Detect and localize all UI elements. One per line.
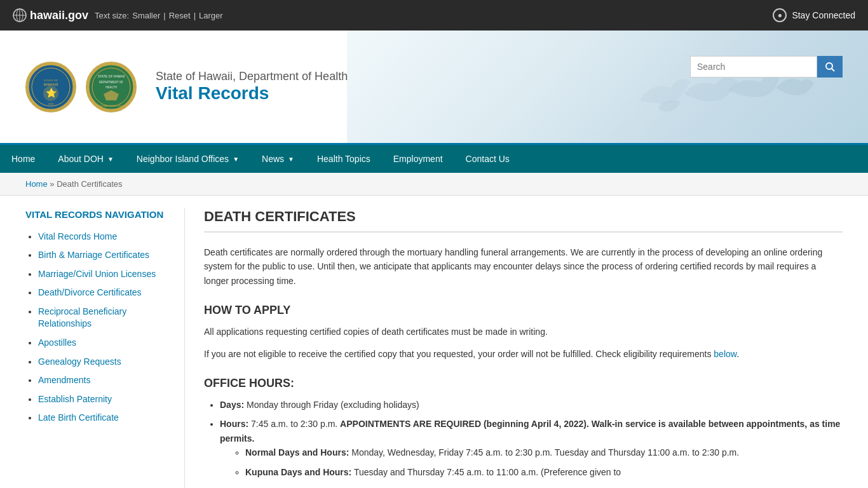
office-hours-list: Days: Monday through Friday (excluding h… bbox=[204, 398, 843, 479]
hours-label: Hours: bbox=[220, 419, 248, 429]
how-to-apply-p2: If you are not eligible to receive the c… bbox=[204, 347, 843, 361]
nav-about-doh[interactable]: About DOH ▼ bbox=[46, 145, 125, 173]
hawaii-gov-logo[interactable]: hawaii.gov bbox=[13, 8, 88, 22]
search-icon bbox=[825, 62, 835, 72]
hawaii-logo-icon bbox=[13, 8, 27, 22]
kupuna-label: Kupuna Days and Hours: bbox=[245, 467, 351, 477]
sidebar-link-civil-union[interactable]: Marriage/Civil Union Licenses bbox=[38, 269, 156, 279]
sidebar-link-death-divorce[interactable]: Death/Divorce Certificates bbox=[38, 287, 142, 297]
svg-point-27 bbox=[826, 63, 832, 69]
list-item: Amendments bbox=[38, 374, 165, 387]
list-item: Marriage/Civil Union Licenses bbox=[38, 268, 165, 281]
breadcrumb-home[interactable]: Home bbox=[25, 179, 48, 189]
sidebar-link-paternity[interactable]: Establish Paternity bbox=[38, 394, 112, 404]
nav-news[interactable]: News ▼ bbox=[250, 145, 306, 173]
state-seal: STATE OF HAWAII ⭐ 1959 bbox=[25, 62, 76, 112]
smaller-text-button[interactable]: Smaller bbox=[132, 11, 160, 20]
page-title: DEATH CERTIFICATES bbox=[204, 208, 843, 233]
how-to-apply-section: HOW TO APPLY All applications requesting… bbox=[204, 304, 843, 361]
list-item: Hours: 7:45 a.m. to 2:30 p.m. APPOINTMEN… bbox=[220, 417, 843, 479]
list-item: Late Birth Certificate bbox=[38, 412, 165, 424]
main-navigation: Home About DOH ▼ Neighbor Island Offices… bbox=[0, 145, 868, 173]
how-to-apply-heading: HOW TO APPLY bbox=[204, 304, 843, 317]
news-arrow: ▼ bbox=[288, 156, 294, 163]
header-logos: STATE OF HAWAII ⭐ 1959 STATE OF HAWAII D… bbox=[25, 62, 348, 112]
how-to-apply-p2-text: If you are not eligible to receive the c… bbox=[204, 349, 711, 359]
sidebar-link-apostilles[interactable]: Apostilles bbox=[38, 337, 76, 348]
globe-icon: ● bbox=[773, 8, 787, 22]
search-input[interactable] bbox=[690, 56, 817, 78]
list-item: Kupuna Days and Hours: Tuesday and Thurs… bbox=[245, 465, 843, 479]
svg-text:STATE OF: STATE OF bbox=[44, 79, 58, 82]
sidebar-link-reciprocal[interactable]: Reciprocal Beneficiary Relationships bbox=[38, 306, 126, 329]
svg-text:STATE OF HAWAII: STATE OF HAWAII bbox=[98, 74, 125, 78]
header-search bbox=[690, 56, 843, 78]
intro-section: Death certificates are normally ordered … bbox=[204, 245, 843, 288]
list-item: Birth & Marriage Certificates bbox=[38, 249, 165, 262]
main-content: DEATH CERTIFICATES Death certificates ar… bbox=[184, 208, 843, 488]
larger-text-button[interactable]: Larger bbox=[199, 11, 223, 20]
list-item: Apostilles bbox=[38, 337, 165, 349]
days-label: Days: bbox=[220, 400, 244, 410]
nav-contact-us[interactable]: Contact Us bbox=[454, 145, 521, 173]
list-item: Establish Paternity bbox=[38, 393, 165, 406]
nav-employment[interactable]: Employment bbox=[382, 145, 454, 173]
sidebar-link-vital-records-home[interactable]: Vital Records Home bbox=[38, 231, 117, 241]
sidebar-title: VITAL RECORDS NAVIGATION bbox=[25, 208, 165, 221]
svg-text:DEPARTMENT OF: DEPARTMENT OF bbox=[99, 81, 123, 84]
hours-sub-list: Normal Days and Hours: Monday, Wednesday… bbox=[220, 445, 843, 479]
days-value: Monday through Friday (excluding holiday… bbox=[247, 400, 419, 410]
content-wrapper: VITAL RECORDS NAVIGATION Vital Records H… bbox=[0, 196, 868, 488]
top-bar-left: hawaii.gov Text size: Smaller | Reset | … bbox=[13, 8, 223, 22]
list-item: Normal Days and Hours: Monday, Wednesday… bbox=[245, 445, 843, 459]
how-to-apply-p1: All applications requesting certified co… bbox=[204, 325, 843, 339]
svg-text:HEALTH: HEALTH bbox=[105, 86, 116, 89]
header-content: STATE OF HAWAII ⭐ 1959 STATE OF HAWAII D… bbox=[0, 30, 868, 143]
breadcrumb: Home » Death Certificates bbox=[0, 173, 868, 196]
nav-home[interactable]: Home bbox=[0, 145, 46, 173]
sidebar: VITAL RECORDS NAVIGATION Vital Records H… bbox=[25, 208, 165, 488]
svg-text:⭐: ⭐ bbox=[46, 88, 57, 98]
intro-paragraph: Death certificates are normally ordered … bbox=[204, 245, 843, 288]
header-title: State of Hawaii, Department of Health Vi… bbox=[156, 70, 348, 104]
normal-days-value: Monday, Wednesday, Friday 7:45 a.m. to 2… bbox=[351, 447, 739, 458]
sidebar-link-birth-marriage[interactable]: Birth & Marriage Certificates bbox=[38, 250, 149, 260]
hawaii-gov-label: hawaii.gov bbox=[30, 9, 88, 22]
hours-value: 7:45 a.m. to 2:30 p.m. bbox=[251, 419, 337, 429]
sidebar-link-late-birth[interactable]: Late Birth Certificate bbox=[38, 412, 119, 423]
reset-text-button[interactable]: Reset bbox=[169, 11, 191, 20]
nav-health-topics[interactable]: Health Topics bbox=[306, 145, 382, 173]
office-hours-heading: OFFICE HOURS: bbox=[204, 377, 843, 390]
search-button[interactable] bbox=[817, 56, 843, 78]
svg-text:ESTABLISHED 1850: ESTABLISHED 1850 bbox=[99, 104, 123, 107]
sidebar-nav-list: Vital Records Home Birth & Marriage Cert… bbox=[25, 231, 165, 425]
breadcrumb-current: Death Certificates bbox=[57, 179, 122, 189]
normal-days-label: Normal Days and Hours: bbox=[245, 447, 349, 458]
nav-neighbor-island[interactable]: Neighbor Island Offices ▼ bbox=[125, 145, 250, 173]
list-item: Reciprocal Beneficiary Relationships bbox=[38, 306, 165, 330]
site-header: STATE OF HAWAII ⭐ 1959 STATE OF HAWAII D… bbox=[0, 30, 868, 145]
neighbor-island-arrow: ▼ bbox=[233, 156, 239, 163]
about-doh-arrow: ▼ bbox=[107, 156, 114, 163]
text-size-controls: Text size: Smaller | Reset | Larger bbox=[95, 11, 223, 20]
sidebar-link-genealogy[interactable]: Genealogy Requests bbox=[38, 356, 121, 367]
below-link[interactable]: below bbox=[714, 349, 736, 359]
kupuna-value: Tuesday and Thursday 7:45 a.m. to 11:00 … bbox=[354, 467, 621, 477]
dept-name: State of Hawaii, Department of Health bbox=[156, 70, 348, 83]
office-hours-section: OFFICE HOURS: Days: Monday through Frida… bbox=[204, 377, 843, 479]
list-item: Vital Records Home bbox=[38, 231, 165, 243]
stay-connected-label: Stay Connected bbox=[792, 10, 855, 20]
text-size-label: Text size: bbox=[95, 11, 129, 20]
site-name: Vital Records bbox=[156, 83, 348, 104]
svg-line-28 bbox=[832, 69, 834, 71]
stay-connected-button[interactable]: ● Stay Connected bbox=[773, 8, 855, 22]
list-item: Death/Divorce Certificates bbox=[38, 287, 165, 299]
sidebar-link-amendments[interactable]: Amendments bbox=[38, 375, 90, 385]
svg-text:1959: 1959 bbox=[48, 102, 55, 105]
sidebar-navigation: Vital Records Home Birth & Marriage Cert… bbox=[25, 231, 165, 425]
top-bar: hawaii.gov Text size: Smaller | Reset | … bbox=[0, 0, 868, 30]
how-to-apply-p2-end: . bbox=[736, 349, 739, 359]
doh-seal: STATE OF HAWAII DEPARTMENT OF HEALTH EST… bbox=[86, 62, 137, 112]
breadcrumb-separator: » bbox=[50, 179, 54, 189]
list-item: Days: Monday through Friday (excluding h… bbox=[220, 398, 843, 412]
